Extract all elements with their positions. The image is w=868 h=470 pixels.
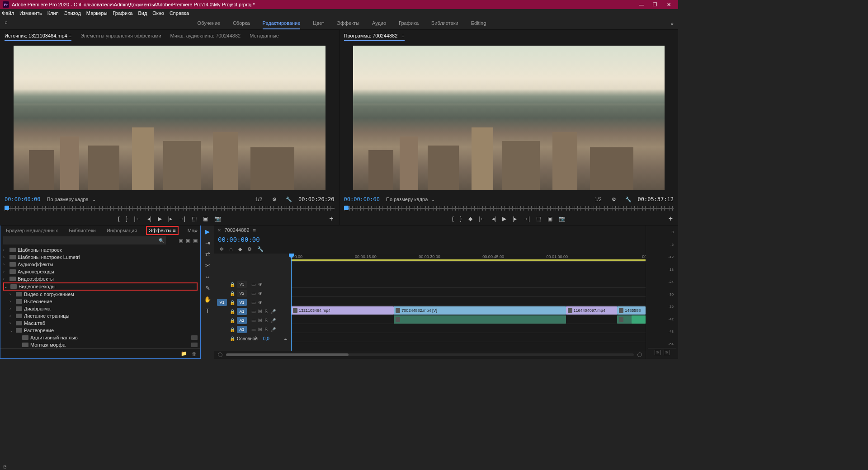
track-header-A2[interactable]: 🔒A2▭MS🎤 — [214, 316, 291, 325]
timeline-zoom[interactable] — [214, 351, 646, 359]
32bit-badge-icon[interactable]: ▣ — [186, 238, 190, 244]
tree-item[interactable]: ›Шаблоны настроек — [3, 246, 198, 254]
workspace-Графика[interactable]: Графика — [399, 18, 419, 29]
track-header-V2[interactable]: 🔒V2▭👁 — [214, 289, 291, 298]
menu-Вид[interactable]: Вид — [138, 10, 147, 16]
tree-item[interactable]: ›Видео с погружением — [3, 291, 198, 298]
track-area[interactable]: :00:0000:00:15:0000:00:30:0000:00:45:000… — [291, 254, 646, 351]
clip[interactable]: 1164404097.mp4 — [566, 306, 618, 315]
step-fwd-icon[interactable]: |▸ — [168, 216, 172, 222]
accel-badge-icon[interactable]: ▣ — [179, 238, 183, 244]
clip[interactable]: 1321103464.mp4 — [291, 306, 394, 315]
slip-tool-icon[interactable]: ↔ — [205, 273, 211, 280]
track-header-A3[interactable]: 🔒A3▭MS🎤 — [214, 325, 291, 334]
menu-Файл[interactable]: Файл — [2, 10, 14, 16]
wrench-icon[interactable]: 🔧 — [257, 246, 264, 252]
tree-item[interactable]: ›Аудиоэффекты — [3, 261, 198, 268]
track-header-V3[interactable]: 🔒V3▭👁 — [214, 280, 291, 289]
wrench-icon[interactable]: 🔧 — [625, 197, 632, 202]
menu-icon[interactable]: ≡ — [253, 227, 256, 233]
play-icon[interactable]: ▶ — [502, 216, 506, 222]
close-seq-icon[interactable]: × — [218, 227, 221, 233]
menu-Окно[interactable]: Окно — [152, 10, 164, 16]
track-header-V1[interactable]: V1🔒V1▭👁 — [214, 298, 291, 307]
clip[interactable] — [394, 315, 566, 324]
menu-icon[interactable]: ≡ — [400, 33, 404, 38]
insert-icon[interactable]: ⬚ — [192, 216, 197, 222]
program-tab[interactable]: Программа: 700244882 ≡ — [344, 31, 405, 41]
menu-Клип[interactable]: Клип — [47, 10, 59, 16]
mark-out-icon[interactable]: } — [460, 216, 462, 222]
tree-item[interactable]: ›Аудиопереходы — [3, 268, 198, 275]
source-res-dropdown[interactable]: 1/2 — [255, 197, 262, 202]
program-tc-in[interactable]: 00:00:00:00 — [344, 196, 380, 202]
workspace-Эффекты[interactable]: Эффекты — [337, 18, 359, 29]
step-back-icon[interactable]: ◂| — [492, 216, 496, 222]
workspace-Аудио[interactable]: Аудио — [372, 18, 386, 29]
program-fit-dropdown[interactable]: По размеру кадра — [386, 197, 435, 202]
sequence-name[interactable]: 700244882 — [224, 227, 249, 233]
pen-tool-icon[interactable]: ✎ — [205, 285, 210, 291]
export-frame-icon[interactable]: 📷 — [559, 216, 566, 222]
menu-Эпизод[interactable]: Эпизод — [64, 10, 81, 16]
close-button[interactable]: ✕ — [662, 0, 675, 9]
workspace-Обучение[interactable]: Обучение — [198, 18, 220, 29]
go-out-icon[interactable]: →| — [523, 216, 530, 222]
tree-item[interactable]: ›Листание страницы — [3, 312, 198, 320]
delete-icon[interactable]: 🗑 — [192, 351, 197, 357]
tree-item[interactable]: Аддитивный наплыв — [3, 334, 198, 341]
export-frame-icon[interactable]: 📷 — [214, 216, 221, 222]
settings-icon[interactable]: ⚙ — [247, 246, 252, 252]
mark-out-icon[interactable]: } — [126, 216, 128, 222]
go-out-icon[interactable]: →| — [179, 216, 185, 222]
wrench-icon[interactable]: 🔧 — [286, 197, 292, 202]
razor-tool-icon[interactable]: ✂ — [205, 262, 210, 269]
solo-right[interactable]: S — [664, 350, 670, 355]
source-tab-1[interactable]: Элементы управления эффектами — [80, 31, 161, 40]
tree-item[interactable]: ⌄Растворение — [3, 327, 198, 334]
selection-tool-icon[interactable]: ▶ — [205, 228, 210, 235]
source-scrubber[interactable] — [0, 204, 339, 212]
tree-item[interactable]: ›Вытеснение — [3, 298, 198, 305]
source-tab-2[interactable]: Микш. аудиоклипа: 700244882 — [170, 31, 241, 40]
source-video[interactable] — [0, 42, 339, 194]
menu-Изменить[interactable]: Изменить — [19, 10, 42, 16]
settings-icon[interactable]: ⚙ — [612, 197, 616, 202]
menu-Графика[interactable]: Графика — [113, 10, 132, 16]
ripple-tool-icon[interactable]: ⇄ — [205, 251, 210, 258]
type-tool-icon[interactable]: T — [206, 307, 209, 314]
fx-tab-Информация[interactable]: Информация — [105, 227, 139, 234]
workspace-Сборка[interactable]: Сборка — [233, 18, 250, 29]
tree-item[interactable]: ›Диафрагма — [3, 305, 198, 312]
mark-in-icon[interactable]: { — [452, 216, 453, 222]
source-tc-in[interactable]: 00:00:00:00 — [5, 196, 40, 202]
settings-icon[interactable]: ⚙ — [272, 197, 277, 202]
clip[interactable] — [632, 315, 646, 324]
workspace-Библиотеки[interactable]: Библиотеки — [431, 18, 458, 29]
tree-item[interactable]: Монтаж морфа — [3, 341, 198, 348]
workspace-Цвет[interactable]: Цвет — [313, 18, 324, 29]
lift-icon[interactable]: ⬚ — [536, 216, 541, 222]
effects-search-input[interactable] — [3, 236, 166, 244]
fx-tab-Браузер медиаданных[interactable]: Браузер медиаданных — [4, 227, 60, 234]
timeline-tc[interactable]: 00:00:00:00 — [218, 236, 260, 243]
source-tab-3[interactable]: Метаданные — [250, 31, 279, 40]
tree-item[interactable]: ›Видеоэффекты — [3, 275, 198, 282]
zoom-in-icon[interactable] — [637, 352, 642, 357]
home-icon[interactable]: ⌂ — [5, 19, 13, 28]
clip[interactable]: 700244882.mp4 [V] — [394, 306, 566, 315]
tree-item[interactable]: ›Масштаб — [3, 320, 198, 327]
tree-item[interactable]: ⌄Видеопереходы — [3, 282, 198, 291]
source-fit-dropdown[interactable]: По размеру кадра — [47, 197, 95, 202]
add-button-icon[interactable]: + — [669, 215, 673, 223]
workspace-overflow-icon[interactable]: » — [671, 21, 674, 26]
source-tab-0[interactable]: Источник: 1321103464.mp4 ≡ — [5, 31, 71, 41]
step-fwd-icon[interactable]: |▸ — [513, 216, 517, 222]
time-ruler[interactable]: :00:0000:00:15:0000:00:30:0000:00:45:000… — [291, 254, 646, 262]
mark-in-icon[interactable]: { — [118, 216, 119, 222]
minimize-button[interactable]: — — [635, 0, 648, 9]
program-video[interactable] — [340, 42, 679, 194]
hand-tool-icon[interactable]: ✋ — [204, 296, 211, 303]
fx-overflow-icon[interactable]: » — [195, 228, 198, 233]
program-res-dropdown[interactable]: 1/2 — [594, 197, 601, 202]
